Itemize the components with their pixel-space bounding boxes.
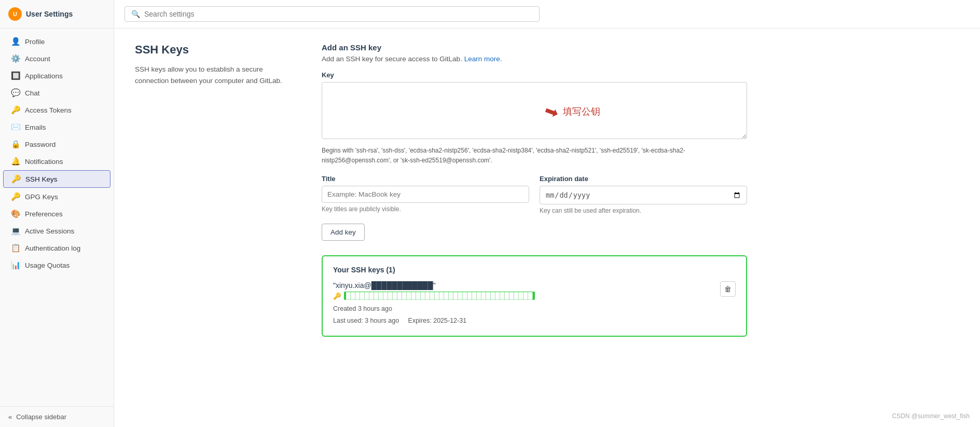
delete-key-button[interactable]: 🗑 — [720, 281, 736, 297]
page-description: SSH keys allow you to establish a secure… — [135, 64, 291, 86]
add-key-button[interactable]: Add key — [322, 224, 365, 241]
ssh-key-item: "xinyu.xia@████████████" 🔑 █████████████… — [333, 281, 736, 326]
usage-quotas-icon: 📊 — [11, 261, 20, 269]
profile-icon: 👤 — [11, 37, 20, 46]
sidebar-item-label-profile: Profile — [25, 38, 45, 46]
ssh-key-fingerprint: 🔑 ██████████████████████████████████████… — [333, 292, 715, 300]
gpg-keys-icon: 🔑 — [11, 192, 20, 201]
sidebar-item-profile[interactable]: 👤 Profile — [3, 33, 111, 50]
ssh-key-name-text: "xinyu.xia@████████████" — [333, 281, 436, 290]
expiry-field-group: Expiration date Key can still be used af… — [540, 175, 747, 214]
search-icon: 🔍 — [131, 10, 140, 18]
sidebar-item-preferences[interactable]: 🎨 Preferences — [3, 205, 111, 222]
sidebar-item-chat[interactable]: 💬 Chat — [3, 85, 111, 101]
sidebar-item-auth-log[interactable]: 📋 Authentication log — [3, 240, 111, 256]
add-ssh-section-title: Add an SSH key — [322, 43, 747, 52]
search-bar: 🔍 — [125, 6, 540, 22]
collapse-sidebar-button[interactable]: « Collapse sidebar — [0, 406, 114, 427]
key-label: Key — [322, 71, 747, 79]
sidebar-item-notifications[interactable]: 🔔 Notifications — [3, 153, 111, 170]
sidebar-item-account[interactable]: ⚙️ Account — [3, 50, 111, 67]
search-bar-area: 🔍 — [114, 0, 980, 29]
ssh-key-created: Created 3 hours ago — [333, 303, 715, 315]
fingerprint-text: ████████████████████████████████████████ — [344, 292, 535, 300]
left-column: SSH Keys SSH keys allow you to establish… — [135, 43, 291, 86]
sidebar-item-label-ssh-keys: SSH Keys — [25, 175, 58, 183]
trash-icon: 🗑 — [724, 285, 731, 293]
search-input[interactable] — [144, 10, 533, 18]
last-used-text: Last used: 3 hours ago — [333, 317, 399, 324]
page-title: SSH Keys — [135, 43, 291, 57]
learn-more-link[interactable]: Learn more. — [464, 55, 502, 63]
sidebar-item-access-tokens[interactable]: 🔑 Access Tokens — [3, 102, 111, 118]
chevron-left-icon: « — [8, 413, 12, 421]
key-textarea[interactable] — [322, 82, 747, 139]
access-tokens-icon: 🔑 — [11, 106, 20, 114]
active-sessions-icon: 💻 — [11, 227, 20, 235]
sidebar-item-gpg-keys[interactable]: 🔑 GPG Keys — [3, 188, 111, 205]
expiry-note: Key can still be used after expiration. — [540, 207, 747, 214]
content-area: SSH Keys SSH keys allow you to establish… — [114, 29, 980, 427]
key-textarea-wrapper: ➡ 填写公钥 — [322, 82, 747, 141]
sidebar-item-label-active-sessions: Active Sessions — [25, 227, 74, 235]
emails-icon: ✉️ — [11, 123, 20, 131]
sidebar-item-label-usage-quotas: Usage Quotas — [25, 261, 70, 269]
main-content: 🔍 SSH Keys SSH keys allow you to establi… — [114, 0, 980, 427]
sidebar-item-label-chat: Chat — [25, 89, 40, 97]
sidebar: U User Settings 👤 Profile ⚙️ Account 🔲 A… — [0, 0, 114, 427]
expiry-label: Expiration date — [540, 175, 747, 183]
sidebar-item-label-account: Account — [25, 55, 50, 63]
ssh-key-name: "xinyu.xia@████████████" — [333, 281, 715, 290]
ssh-keys-list-title: Your SSH keys (1) — [333, 266, 736, 274]
ssh-key-info: "xinyu.xia@████████████" 🔑 █████████████… — [333, 281, 715, 326]
add-ssh-subtitle-text: Add an SSH key for secure access to GitL… — [322, 55, 462, 63]
ssh-keys-list: Your SSH keys (1) "xinyu.xia@███████████… — [322, 255, 747, 337]
expiry-input[interactable] — [540, 186, 747, 204]
collapse-label: Collapse sidebar — [16, 413, 66, 421]
watermark: CSDN @summer_west_fish — [892, 412, 970, 420]
ssh-key-meta: Created 3 hours ago Last used: 3 hours a… — [333, 303, 715, 326]
password-icon: 🔒 — [11, 140, 20, 148]
title-label: Title — [322, 175, 529, 183]
title-input[interactable] — [322, 186, 529, 203]
expires-text: Expires: 2025-12-31 — [408, 317, 467, 324]
applications-icon: 🔲 — [11, 72, 20, 80]
sidebar-item-applications[interactable]: 🔲 Applications — [3, 67, 111, 84]
ssh-key-last-used: Last used: 3 hours ago Expires: 2025-12-… — [333, 315, 715, 327]
sidebar-item-label-access-tokens: Access Tokens — [25, 106, 72, 114]
sidebar-nav: 👤 Profile ⚙️ Account 🔲 Applications 💬 Ch… — [0, 29, 114, 406]
sidebar-item-usage-quotas[interactable]: 📊 Usage Quotas — [3, 257, 111, 273]
account-icon: ⚙️ — [11, 54, 20, 63]
sidebar-item-label-preferences: Preferences — [25, 210, 63, 218]
chat-icon: 💬 — [11, 89, 20, 97]
sidebar-item-label-emails: Emails — [25, 123, 46, 131]
two-col-fields: Title Key titles are publicly visible. E… — [322, 175, 747, 214]
avatar: U — [8, 7, 22, 21]
key-hint-text: Begins with 'ssh-rsa', 'ssh-dss', 'ecdsa… — [322, 146, 747, 166]
ssh-keys-icon: 🔑 — [12, 175, 20, 183]
auth-log-icon: 📋 — [11, 244, 20, 252]
title-field-group: Title Key titles are publicly visible. — [322, 175, 529, 214]
right-column: Add an SSH key Add an SSH key for secure… — [322, 43, 747, 337]
preferences-icon: 🎨 — [11, 210, 20, 218]
sidebar-title: User Settings — [26, 10, 73, 18]
sidebar-item-ssh-keys[interactable]: 🔑 SSH Keys — [3, 170, 111, 188]
title-note: Key titles are publicly visible. — [322, 205, 529, 213]
add-ssh-subtitle: Add an SSH key for secure access to GitL… — [322, 55, 747, 63]
sidebar-item-label-password: Password — [25, 141, 56, 148]
sidebar-item-password[interactable]: 🔒 Password — [3, 136, 111, 153]
sidebar-item-label-notifications: Notifications — [25, 158, 63, 166]
sidebar-item-label-auth-log: Authentication log — [25, 244, 80, 252]
key-icon: 🔑 — [333, 292, 341, 300]
sidebar-item-label-applications: Applications — [25, 72, 63, 80]
sidebar-item-emails[interactable]: ✉️ Emails — [3, 119, 111, 135]
sidebar-item-active-sessions[interactable]: 💻 Active Sessions — [3, 223, 111, 239]
sidebar-item-label-gpg-keys: GPG Keys — [25, 193, 58, 201]
notifications-icon: 🔔 — [11, 157, 20, 166]
sidebar-header: U User Settings — [0, 0, 114, 29]
